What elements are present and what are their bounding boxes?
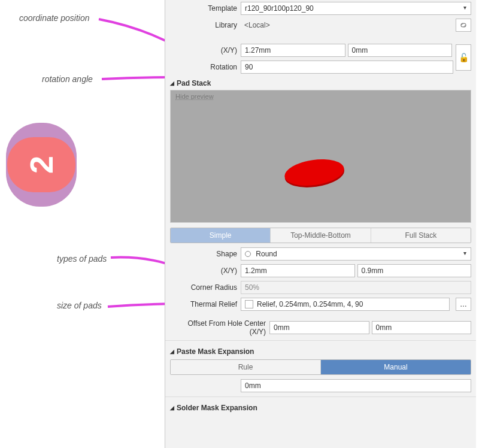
offset-x-input[interactable] [269,321,369,334]
pad-size-x-input[interactable] [241,264,355,277]
padstack-section-header[interactable]: Pad Stack [165,75,476,90]
hide-preview-link[interactable]: Hide preview [175,93,214,100]
template-dropdown[interactable] [241,2,471,15]
pad-size-label: (X/Y) [170,267,237,275]
offset-label: Offset From Hole Center (X/Y) [170,319,266,336]
padstack-preview: Hide preview [170,90,471,223]
thermal-relief-label: Thermal Relief [170,300,237,308]
shape-dropdown[interactable]: Round [241,247,471,261]
round-icon [245,251,251,257]
paste-mask-tabs: Rule Manual [170,359,471,375]
corner-radius-label: Corner Radius [170,283,237,292]
annotation-size: size of pads [57,301,102,310]
thermal-relief-ellipsis-button[interactable]: … [456,298,471,311]
library-value: <Local> [241,19,452,32]
padstack-tabs: Simple Top-Middle-Bottom Full Stack [170,228,471,243]
step-badge-number: 2 [7,137,75,192]
paste-mask-section-title: Paste Mask Expansion [177,347,254,356]
padstack-section-title: Pad Stack [177,79,211,87]
offset-y-input[interactable] [372,321,472,334]
pad-3d-shape [283,156,346,189]
pad-size-y-input[interactable] [357,264,472,277]
properties-panel: Template Library <Local> (X/Y) [165,0,476,448]
xy-y-input[interactable] [348,44,453,57]
shape-label: Shape [170,250,237,258]
template-label: Template [170,4,237,13]
xy-x-input[interactable] [241,44,345,57]
corner-radius-input [241,281,471,294]
tab-simple[interactable]: Simple [171,228,270,243]
shape-value: Round [256,250,277,258]
paste-manual-tab[interactable]: Manual [320,360,471,374]
link-icon [459,22,468,29]
annotation-rotation: rotation angle [42,74,93,84]
thermal-relief-checkbox[interactable] [245,300,253,308]
paste-value-input[interactable] [241,379,471,392]
xy-label: (X/Y) [170,46,237,55]
template-value[interactable] [241,2,471,15]
annotation-types: types of pads [57,254,107,264]
thermal-relief-value: Relief, 0.254mm, 0.254mm, 4, 90 [257,300,363,308]
paste-rule-tab[interactable]: Rule [171,360,320,374]
tab-full-stack[interactable]: Full Stack [371,228,471,243]
tab-top-middle-bottom[interactable]: Top-Middle-Bottom [270,228,370,243]
rotation-input[interactable] [241,60,453,74]
rotation-label: Rotation [170,63,237,71]
library-link-button[interactable] [456,19,471,32]
solder-mask-section-header[interactable]: Solder Mask Expansion [165,400,476,414]
solder-mask-section-title: Solder Mask Expansion [177,404,257,412]
step-badge: 2 [6,123,77,207]
library-label: Library [170,21,237,29]
paste-mask-section-header[interactable]: Paste Mask Expansion [165,344,476,358]
